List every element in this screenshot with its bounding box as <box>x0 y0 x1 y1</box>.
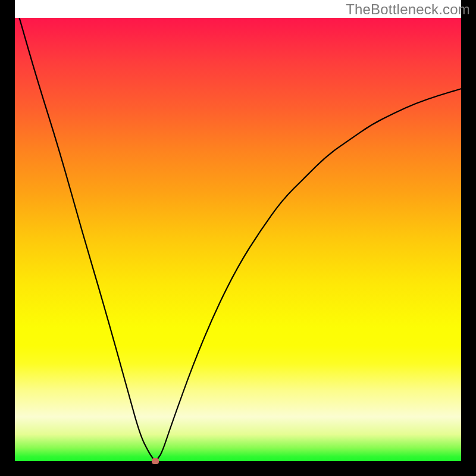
minimum-marker <box>152 458 159 464</box>
curve-path <box>20 18 462 461</box>
bottleneck-curve <box>15 18 461 461</box>
attribution-label: TheBottleneck.com <box>346 1 470 18</box>
plot-area <box>15 18 461 461</box>
chart-container: TheBottleneck.com <box>0 0 476 476</box>
